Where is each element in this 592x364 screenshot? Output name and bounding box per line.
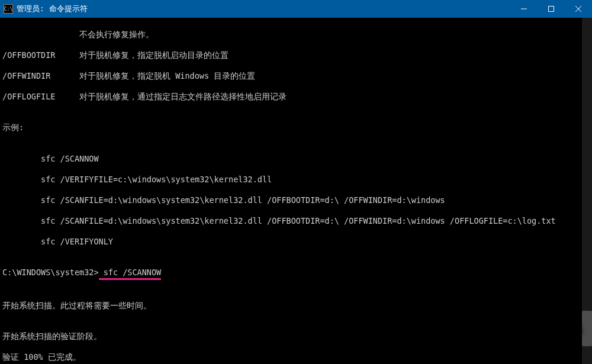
- maximize-button[interactable]: [538, 0, 565, 18]
- output-line: sfc /SCANNOW: [2, 154, 590, 165]
- scrollbar-thumb[interactable]: [582, 311, 592, 346]
- prompt-line: C:\WINDOWS\system32> sfc /SCANNOW: [2, 268, 590, 280]
- output-line: sfc /VERIFYFILE=c:\windows\system32\kern…: [2, 175, 590, 185]
- terminal-viewport[interactable]: 不会执行修复操作。 /OFFBOOTDIR 对于脱机修复，指定脱机启动目录的位置…: [0, 18, 592, 364]
- output-line: 不会执行修复操作。: [2, 30, 590, 40]
- window-controls: [510, 0, 592, 18]
- output-line: sfc /SCANFILE=d:\windows\system32\kernel…: [2, 195, 590, 206]
- minimize-button[interactable]: [510, 0, 538, 18]
- output-line: sfc /SCANFILE=d:\windows\system32\kernel…: [2, 216, 590, 227]
- output-line: 验证 100% 已完成。: [2, 352, 590, 363]
- output-line: 开始系统扫描。此过程将需要一些时间。: [2, 301, 590, 311]
- vertical-scrollbar[interactable]: [582, 18, 592, 364]
- output-line: /OFFWINDIR 对于脱机修复，指定脱机 Windows 目录的位置: [2, 71, 590, 82]
- prompt-path: C:\WINDOWS\system32>: [2, 268, 99, 277]
- window-titlebar: C:\ 管理员: 命令提示符: [0, 0, 592, 18]
- output-line: /OFFBOOTDIR 对于脱机修复，指定脱机启动目录的位置: [2, 50, 590, 61]
- output-line: 示例:: [2, 123, 590, 133]
- output-line: /OFFLOGFILE 对于脱机修复，通过指定日志文件路径选择性地启用记录: [2, 92, 590, 102]
- decorative-blob: [546, 324, 579, 337]
- window-title: 管理员: 命令提示符: [17, 4, 510, 14]
- close-button[interactable]: [565, 0, 592, 18]
- output-line: 开始系统扫描的验证阶段。: [2, 331, 590, 342]
- svg-rect-1: [549, 7, 554, 12]
- cmd-icon: C:\: [4, 4, 13, 14]
- output-line: sfc /VERIFYONLY: [2, 237, 590, 247]
- highlighted-command: sfc /SCANNOW: [99, 268, 162, 280]
